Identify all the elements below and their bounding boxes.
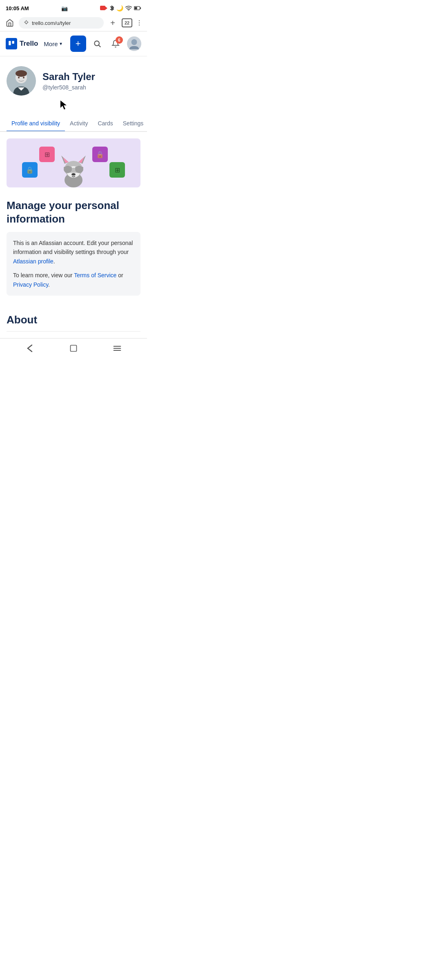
cursor-icon [60,100,69,112]
notification-badge: 6 [116,36,123,44]
trello-navbar: Trello More ▾ + 6 [0,31,147,56]
banner-square-blue: 🔒 [22,162,38,178]
browser-actions: + 22 [107,17,143,29]
browser-bar: trello.com/u/tyler + 22 [0,15,147,31]
trello-logo-icon [6,38,17,49]
tab-settings[interactable]: Settings [118,116,147,132]
grid-icon: ⊞ [45,151,50,158]
manage-title: Manage your personal information [7,199,140,225]
user-avatar[interactable] [127,36,141,51]
svg-point-41 [80,167,83,169]
svg-point-12 [139,22,140,23]
tabs-container: Profile and visibility Activity Cards Se… [0,116,147,132]
svg-line-17 [99,45,101,47]
record-icon [100,5,107,11]
status-icons: 🌙 [100,5,141,11]
privacy-link[interactable]: Privacy Policy [13,281,48,288]
svg-point-13 [139,24,140,25]
home-button[interactable] [4,17,16,29]
mascot [57,151,90,187]
more-button[interactable]: More ▾ [44,40,62,47]
svg-point-23 [16,70,27,77]
chevron-down-icon: ▾ [60,41,62,47]
new-tab-button[interactable]: + [107,17,118,29]
svg-point-24 [18,77,20,78]
svg-rect-15 [12,41,14,44]
camera-icon: 📷 [61,5,68,11]
address-icon [24,20,29,26]
svg-rect-14 [9,41,11,45]
banner-inner: ⊞ 🔒 🔒 ⊞ [7,138,140,187]
profile-avatar [7,66,36,96]
svg-point-20 [131,39,137,45]
lock-icon-2: 🔒 [26,166,34,174]
tab-profile-visibility[interactable]: Profile and visibility [7,116,65,132]
banner-square-pink: ⊞ [39,147,55,162]
bottom-navigation [0,338,147,359]
svg-rect-0 [100,6,105,10]
moon-icon: 🌙 [116,5,123,11]
manage-section: Manage your personal information This is… [0,187,147,302]
about-title: About [7,314,140,332]
trello-logo[interactable]: Trello [6,38,38,49]
more-label: More [44,40,58,47]
back-button[interactable] [22,340,38,356]
svg-point-25 [23,77,24,78]
status-time: 10:05 AM [6,5,29,11]
profile-name: Sarah Tyler [42,71,95,82]
svg-point-16 [94,41,99,46]
tab-activity[interactable]: Activity [65,116,93,132]
info-box: This is an Atlassian account. Edit your … [7,232,140,296]
tab-cards[interactable]: Cards [93,116,118,132]
banner-section: ⊞ 🔒 🔒 ⊞ [7,138,140,187]
svg-point-6 [25,21,28,24]
svg-rect-43 [70,345,76,352]
svg-point-42 [71,173,76,176]
info-text-2: To learn more, view our Terms of Service… [13,271,134,289]
menu-nav-button[interactable] [109,340,125,356]
profile-section: Sarah Tyler @tyler508_sarah [0,56,147,96]
address-bar[interactable]: trello.com/u/tyler [19,17,104,29]
svg-point-38 [69,167,72,169]
create-icon: + [76,38,81,49]
browser-menu-button[interactable] [136,19,143,27]
atlassian-profile-link[interactable]: Atlassian profile [13,258,53,265]
bluetooth-icon [109,5,114,11]
notifications-button[interactable]: 6 [109,36,123,51]
banner-square-green: ⊞ [109,162,125,178]
create-button[interactable]: + [70,36,86,52]
cursor-area [0,96,147,116]
banner-square-purple: 🔒 [92,147,108,162]
terms-link[interactable]: Terms of Service [74,272,116,278]
svg-rect-4 [134,7,137,9]
search-button[interactable] [90,36,105,51]
url-text: trello.com/u/tyler [32,20,71,26]
svg-point-2 [128,10,129,11]
lock-icon: 🔒 [96,151,104,158]
svg-rect-5 [140,7,141,9]
wifi-icon [125,6,132,11]
profile-info: Sarah Tyler @tyler508_sarah [42,71,95,91]
grid-icon-2: ⊞ [115,166,120,174]
info-text-1: This is an Atlassian account. Edit your … [13,238,134,266]
tabs-count-button[interactable]: 22 [122,18,132,27]
battery-icon [134,6,141,10]
profile-username: @tyler508_sarah [42,84,95,91]
status-bar: 10:05 AM 📷 🌙 [0,0,147,15]
home-nav-button[interactable] [65,340,82,356]
about-section: About [0,302,147,338]
trello-logo-text: Trello [20,40,38,48]
svg-point-11 [139,20,140,21]
svg-marker-1 [105,7,107,10]
